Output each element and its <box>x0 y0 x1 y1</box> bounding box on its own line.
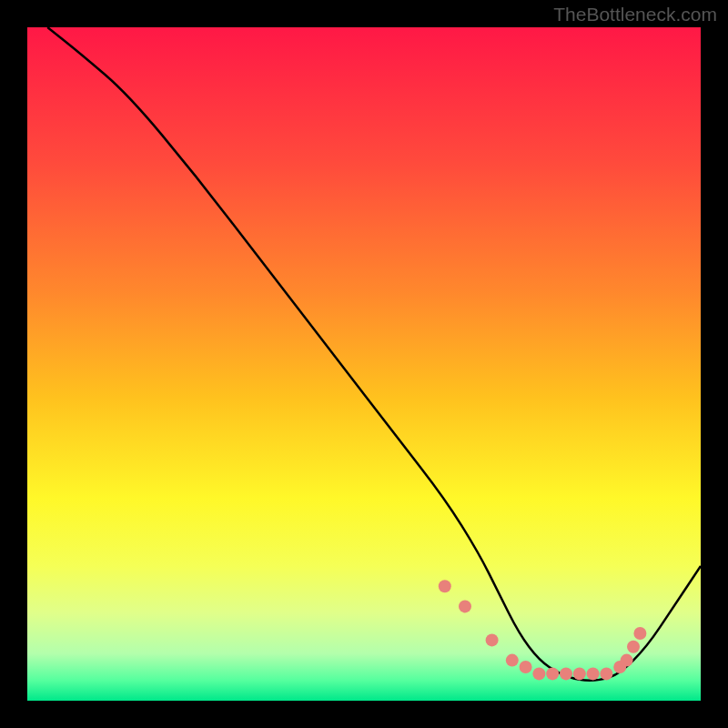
marker-dot <box>532 667 545 680</box>
marker-dot <box>587 667 600 680</box>
marker-dot <box>506 654 519 667</box>
marker-dot <box>600 667 612 680</box>
marker-dot <box>621 654 633 667</box>
watermark-text: TheBottleneck.com <box>553 4 717 25</box>
main-curve <box>47 27 701 681</box>
marker-dot <box>439 580 451 592</box>
marker-dot <box>627 641 640 653</box>
marker-dots <box>439 580 647 680</box>
marker-dot <box>520 661 532 673</box>
marker-dot <box>546 667 559 680</box>
marker-dot <box>486 633 499 646</box>
chart-overlay <box>27 27 701 701</box>
chart-plot-area <box>27 27 701 701</box>
marker-dot <box>459 600 471 612</box>
marker-dot <box>560 667 572 680</box>
marker-dot <box>633 627 646 640</box>
marker-dot <box>573 667 586 680</box>
